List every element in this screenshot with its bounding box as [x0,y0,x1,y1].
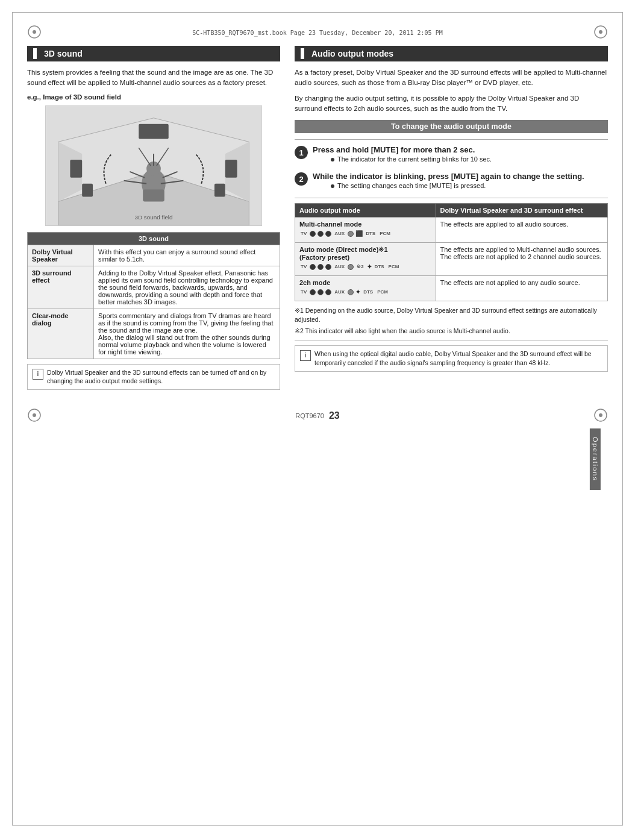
mode-2ch: 2ch mode TV AUX ✦ DTS PCM [295,276,436,301]
row-desc-dolby: With this effect you can enjoy a surroun… [94,245,280,266]
row-desc-3d-surround: Adding to the Dolby Virtual Speaker effe… [94,266,280,309]
svg-rect-14 [139,124,169,139]
audio-table-row-auto: Auto mode (Direct mode)※1(Factory preset… [295,243,608,276]
3d-sound-caption: e.g., Image of 3D sound field [27,93,280,101]
table-row: Dolby Virtual Speaker With this effect y… [28,245,280,266]
footnote-1: ※1 Depending on the audio source, Dolby … [295,306,608,324]
mode-multi: Multi-channel mode TV AUX ⬛ DTS PCM [295,218,436,243]
left-note-box: i Dolby Virtual Speaker and the 3D surro… [27,364,280,390]
3d-sound-table: 3D sound Dolby Virtual Speaker With this… [27,232,280,359]
bottom-right-corner [593,408,608,424]
svg-point-21 [599,413,602,417]
effect-auto: The effects are applied to Multi-channel… [436,243,607,276]
svg-point-3 [599,30,602,34]
audio-col2-header: Dolby Virtual Speaker and 3D surround ef… [436,204,607,218]
divider1 [295,139,608,140]
audio-output-table: Audio output mode Dolby Virtual Speaker … [295,203,608,301]
svg-text:3D sound field: 3D sound field [134,214,172,221]
footer: RQT9670 23 [27,408,608,424]
audio-table-row-2ch: 2ch mode TV AUX ✦ DTS PCM [295,276,608,301]
3d-sound-title: 3D sound [27,46,280,61]
3d-sound-image: 3D sound field [45,105,262,226]
step-2-num: 2 [295,172,308,186]
3d-sound-body: This system provides a feeling that the … [27,67,280,89]
step-1-bullet: The indicator for the current setting bl… [331,155,492,163]
left-note-text: Dolby Virtual Speaker and the 3D surroun… [47,368,275,386]
step-2-bullet: The setting changes each time [MUTE] is … [331,182,584,189]
step-1-num: 1 [295,146,308,159]
svg-point-1 [33,30,36,34]
step-1-text: Press and hold [MUTE] for more than 2 se… [313,145,492,155]
audio-table-row-multi: Multi-channel mode TV AUX ⬛ DTS PCM [295,218,608,243]
footnote-2: ※2 This indicator will also light when t… [295,327,608,336]
bullet-dot [331,158,334,161]
operations-sidebar-label: Operations [590,428,601,490]
row-label-clear-mode: Clear-mode dialog [28,309,94,359]
header-text: SC-HTB350_RQT9670_mst.book Page 23 Tuesd… [192,30,442,36]
step-2-row: 2 While the indicator is blinking, press… [295,171,608,192]
row-desc-clear-mode: Sports commentary and dialogs from TV dr… [94,309,280,359]
page-number: 23 [329,410,340,421]
audio-col1-header: Audio output mode [295,204,436,218]
divider3 [295,340,608,340]
subsection-title: To change the audio output mode [295,120,608,133]
top-left-corner [27,25,42,41]
row-label-dolby: Dolby Virtual Speaker [28,245,94,266]
step-2-text: While the indicator is blinking, press [… [313,171,584,182]
step-1-row: 1 Press and hold [MUTE] for more than 2 … [295,145,608,165]
audio-output-title: Audio output modes [295,46,608,61]
row-label-3d-surround: 3D surround effect [28,266,94,309]
table-row: 3D surround effect Adding to the Dolby V… [28,266,280,309]
page-num-area: RQT9670 23 [295,410,340,421]
right-note-text: When using the optical digital audio cab… [314,349,602,367]
note-icon: i [33,369,43,380]
svg-rect-12 [70,160,82,178]
svg-rect-15 [82,183,93,196]
table-row: Clear-mode dialog Sports commentary and … [28,309,280,359]
mode-auto: Auto mode (Direct mode)※1(Factory preset… [295,243,436,276]
footnotes: ※1 Depending on the audio source, Dolby … [295,306,608,335]
svg-point-19 [33,413,36,417]
audio-body1: As a factory preset, Dolby Virtual Speak… [295,67,608,89]
bullet-dot [331,184,334,188]
audio-body2: By changing the audio output setting, it… [295,93,608,114]
effect-multi: The effects are applied to all audio sou… [436,218,607,243]
page-code: RQT9670 [295,412,324,419]
svg-rect-16 [214,183,225,196]
right-note-icon: i [300,350,311,361]
right-column: Audio output modes As a factory preset, … [295,46,608,390]
3d-table-header: 3D sound [28,232,280,245]
top-right-corner [593,25,608,41]
left-column: 3D sound This system provides a feeling … [27,46,280,390]
right-note-box: i When using the optical digital audio c… [295,345,608,371]
svg-rect-13 [225,160,237,178]
indicator-row-auto: TV AUX ※2 ✦ DTS PCM [299,263,431,270]
indicator-row-2ch: TV AUX ✦ DTS PCM [299,289,431,295]
effect-2ch: The effects are not applied to any audio… [436,276,607,301]
divider2 [295,198,608,198]
indicator-row-multi: TV AUX ⬛ DTS PCM [299,230,431,237]
bottom-left-corner [27,408,42,424]
svg-rect-11 [143,189,164,201]
